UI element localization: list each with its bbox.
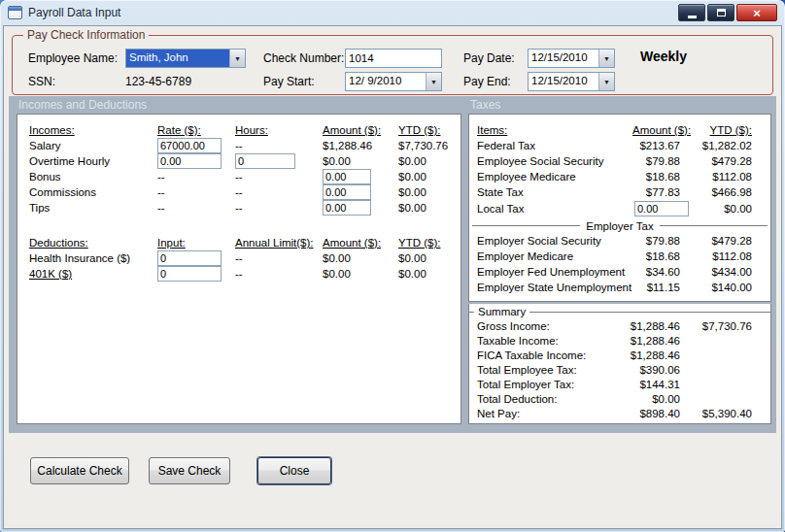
chevron-down-icon[interactable]: ▼: [229, 50, 245, 67]
tax-row-local: Local Tax $0.00: [469, 200, 770, 217]
pay-start-picker[interactable]: 12/ 9/2010 ▼: [345, 72, 442, 91]
income-hours: --: [235, 140, 323, 151]
overtime-rate-input[interactable]: [157, 153, 222, 169]
summary-ytd: $5,390.40: [680, 408, 752, 419]
tips-amount-input[interactable]: [323, 200, 371, 216]
tax-label: Employer Medicare: [477, 250, 632, 262]
deduction-401k-link[interactable]: 401K ($): [29, 268, 157, 280]
ytd-col-header: YTD ($):: [398, 124, 461, 136]
deduction-row-health-insurance: Health Insurance ($) -- $0.00 $0.00: [17, 250, 461, 266]
income-rate: --: [157, 171, 235, 183]
ytd-col-header: YTD ($):: [680, 124, 752, 136]
local-tax-input[interactable]: [634, 201, 689, 216]
pay-end-value: 12/15/2010: [529, 73, 598, 90]
tax-label: Local Tax: [477, 203, 632, 215]
employee-name-label: Employee Name:: [28, 52, 118, 65]
income-ytd: $0.00: [398, 202, 461, 214]
tax-ytd: $112.08: [680, 171, 752, 183]
summary-panel: Summary Gross Income: $1,288.46 $7,730.7…: [468, 304, 771, 424]
incomes-col-header: Incomes:: [29, 124, 157, 136]
tax-amount: $34.60: [632, 266, 680, 278]
tax-amount: $11.15: [632, 282, 680, 293]
deduction-limit: --: [235, 268, 323, 280]
close-icon: ×: [753, 7, 761, 19]
summary-amount: $898.40: [625, 408, 680, 419]
taxes-section-title: Taxes: [470, 98, 500, 112]
deduction-amount: $0.00: [323, 252, 398, 264]
income-row-bonus: Bonus -- -- $0.00: [17, 169, 461, 184]
401k-input[interactable]: [157, 266, 222, 282]
employer-tax-divider: Employer Tax: [472, 218, 768, 233]
summary-group-header: Summary: [469, 305, 770, 318]
pay-frequency-label: Weekly: [640, 49, 687, 64]
tax-ytd: $0.00: [689, 203, 752, 215]
pay-date-label: Pay Date:: [463, 52, 515, 65]
close-window-button[interactable]: ×: [736, 4, 777, 21]
income-hours: --: [235, 186, 323, 198]
salary-rate-input[interactable]: [157, 138, 222, 153]
save-check-button[interactable]: Save Check: [149, 457, 230, 484]
client-area: Pay Check Information Employee Name: Smi…: [3, 25, 782, 529]
commissions-amount-input[interactable]: [323, 184, 371, 200]
input-col-header: Input:: [157, 237, 235, 249]
income-ytd: $7,730.76: [398, 140, 461, 151]
maximize-button[interactable]: [707, 4, 734, 21]
window-controls: ×: [678, 4, 777, 21]
tax-label: Employee Medicare: [477, 171, 632, 183]
summary-amount: $1,288.46: [625, 335, 680, 347]
deduction-label: Health Insurance ($): [29, 252, 157, 264]
ssn-label: SSN:: [28, 76, 55, 88]
paycheck-info-group: Pay Check Information Employee Name: Smi…: [12, 35, 773, 95]
calculate-check-button[interactable]: Calculate Check: [30, 457, 129, 484]
employer-tax-title: Employer Tax: [580, 220, 659, 232]
app-icon: [8, 6, 22, 19]
chevron-down-icon[interactable]: ▼: [598, 73, 614, 90]
check-number-input[interactable]: [345, 49, 442, 68]
pay-end-picker[interactable]: 12/15/2010 ▼: [528, 72, 615, 91]
hours-col-header: Hours:: [235, 124, 323, 136]
tax-label: Employer Fed Unemployment: [477, 266, 632, 278]
summary-ytd: $7,730.76: [680, 320, 752, 332]
tax-ytd: $466.98: [680, 186, 752, 198]
close-button[interactable]: Close: [257, 457, 331, 484]
overtime-hours-input[interactable]: [235, 153, 295, 169]
chevron-down-icon[interactable]: ▼: [426, 73, 441, 90]
ytd-col-header: YTD ($):: [398, 237, 461, 249]
deduction-ytd: $0.00: [398, 252, 461, 264]
amount-col-header: Amount ($):: [323, 237, 398, 249]
tax-amount: $77.83: [632, 186, 680, 198]
pay-start-value: 12/ 9/2010: [346, 73, 426, 90]
summary-row-taxable-income: Taxable Income: $1,288.46: [469, 333, 770, 348]
tax-row-state: State Tax $77.83 $466.98: [469, 184, 770, 200]
summary-row-fica-taxable-income: FICA Taxable Income: $1,288.46: [469, 348, 770, 362]
tax-amount: $18.68: [632, 171, 680, 183]
summary-label: Gross Income:: [477, 320, 625, 332]
annual-limit-col-header: Annual Limit($):: [235, 237, 323, 249]
bonus-amount-input[interactable]: [323, 169, 371, 184]
minimize-button[interactable]: [678, 4, 705, 21]
health-insurance-input[interactable]: [157, 250, 222, 266]
summary-title: Summary: [474, 306, 529, 317]
tax-row-employer-social-security: Employer Social Security $79.88 $479.28: [469, 233, 770, 249]
chevron-down-icon[interactable]: ▼: [598, 50, 614, 67]
employee-name-select[interactable]: Smith, John ▼: [125, 49, 246, 68]
pay-date-picker[interactable]: 12/15/2010 ▼: [528, 49, 615, 68]
amount-col-header: Amount ($):: [323, 124, 398, 136]
deduction-limit: --: [235, 252, 323, 264]
summary-amount: $144.31: [625, 379, 680, 390]
tax-label: Employer State Unemployment: [477, 282, 632, 293]
pay-date-value: 12/15/2010: [529, 50, 598, 67]
check-number-label: Check Number:: [263, 52, 344, 65]
deduction-amount: $0.00: [323, 268, 398, 280]
deductions-header-row: Deductions: Input: Annual Limit($): Amou…: [17, 235, 461, 250]
tax-row-federal: Federal Tax $213.67 $1,282.02: [469, 138, 770, 153]
rate-col-header: Rate ($):: [157, 124, 235, 136]
items-col-header: Items:: [477, 124, 632, 136]
tax-ytd: $434.00: [680, 266, 752, 278]
pay-start-label: Pay Start:: [263, 76, 315, 88]
income-ytd: $0.00: [398, 186, 461, 198]
ssn-value: 123-45-6789: [125, 76, 191, 88]
taxes-panel: Items: Amount ($): YTD ($): Federal Tax …: [468, 114, 771, 302]
maximize-icon: [717, 9, 726, 17]
income-rate: --: [157, 202, 235, 214]
